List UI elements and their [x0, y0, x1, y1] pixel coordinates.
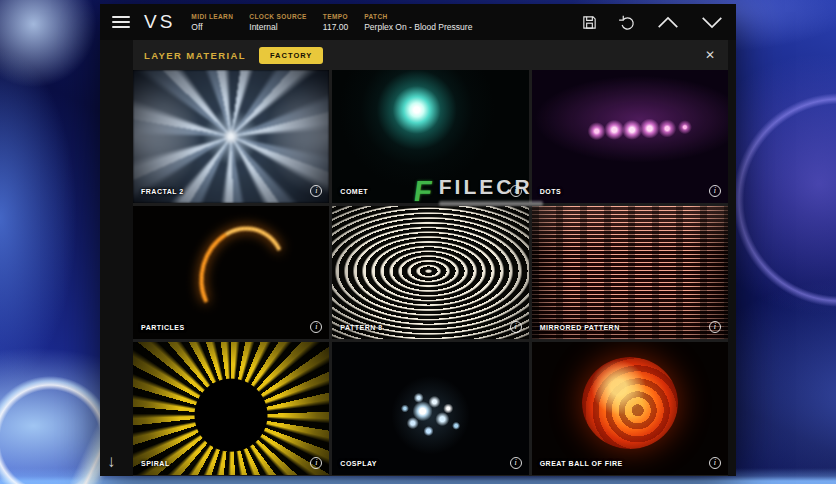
fractal-2-thumbnail	[133, 70, 329, 203]
scroll-down-arrow-icon[interactable]: ↓	[107, 452, 116, 472]
panel-header: LAYER MATERIAL FACTORY ✕	[133, 40, 728, 70]
layer-material-panel: LAYER MATERIAL FACTORY ✕ FRACTAL 2 i COM…	[133, 40, 728, 476]
patch-value[interactable]: Perplex On - Blood Pressure	[364, 22, 472, 32]
menu-icon[interactable]	[112, 16, 130, 28]
save-icon[interactable]	[581, 14, 598, 31]
tile-label: DOTS	[540, 188, 561, 195]
top-bar: VS MIDI LEARN Off CLOCK SOURCE Internal …	[100, 4, 736, 40]
tile-label: FRACTAL 2	[141, 188, 184, 195]
tile-label: SPIRAL	[141, 460, 170, 467]
undo-icon[interactable]	[618, 13, 636, 31]
material-grid: FRACTAL 2 i COMET i DOTS i	[133, 70, 728, 476]
particles-thumbnail	[133, 206, 329, 339]
midi-learn-label: MIDI LEARN	[191, 13, 233, 20]
spiral-thumbnail	[133, 342, 329, 475]
app-body: ↓ LAYER MATERIAL FACTORY ✕ FRACTAL 2 i	[100, 40, 736, 476]
material-tile-spiral[interactable]: SPIRAL i	[133, 342, 329, 475]
info-icon[interactable]: i	[510, 457, 522, 469]
panel-title: LAYER MATERIAL	[144, 50, 246, 61]
material-tile-mirrored-pattern[interactable]: MIRRORED PATTERN i	[532, 206, 728, 339]
material-tile-particles[interactable]: PARTICLES i	[133, 206, 329, 339]
pattern-8-thumbnail	[332, 206, 528, 339]
material-tile-pattern-8[interactable]: PATTERN 8 i	[332, 206, 528, 339]
patch-label: PATCH	[364, 13, 472, 20]
factory-badge[interactable]: FACTORY	[259, 47, 323, 64]
midi-learn-value[interactable]: Off	[191, 22, 233, 32]
info-icon[interactable]: i	[510, 321, 522, 333]
material-tile-great-ball-of-fire[interactable]: GREAT BALL OF FIRE i	[532, 342, 728, 475]
clock-source-label: CLOCK SOURCE	[249, 13, 307, 20]
tempo-value[interactable]: 117.00	[323, 22, 348, 32]
tile-label: MIRRORED PATTERN	[540, 324, 620, 331]
tile-label: GREAT BALL OF FIRE	[540, 460, 623, 467]
midi-learn-field: MIDI LEARN Off	[191, 13, 233, 32]
tile-label: COMET	[340, 188, 368, 195]
tile-label: COSPLAY	[340, 460, 377, 467]
tile-label: PARTICLES	[141, 324, 185, 331]
dots-thumbnail	[532, 70, 728, 203]
topbar-actions	[581, 13, 724, 31]
chevron-up-icon[interactable]	[656, 16, 680, 29]
patch-field: PATCH Perplex On - Blood Pressure	[364, 13, 472, 32]
great-ball-of-fire-thumbnail	[532, 342, 728, 475]
tempo-label: TEMPO	[323, 13, 348, 20]
topbar-fields: MIDI LEARN Off CLOCK SOURCE Internal TEM…	[191, 13, 472, 32]
material-tile-cosplay[interactable]: COSPLAY i	[332, 342, 528, 475]
material-tile-dots[interactable]: DOTS i	[532, 70, 728, 203]
clock-source-field: CLOCK SOURCE Internal	[249, 13, 307, 32]
vs-app-window: VS MIDI LEARN Off CLOCK SOURCE Internal …	[100, 4, 736, 476]
info-icon[interactable]: i	[709, 185, 721, 197]
tempo-field: TEMPO 117.00	[323, 13, 348, 32]
cosplay-thumbnail	[332, 342, 528, 475]
comet-thumbnail	[332, 70, 528, 203]
clock-source-value[interactable]: Internal	[249, 22, 307, 32]
material-tile-fractal-2[interactable]: FRACTAL 2 i	[133, 70, 329, 203]
info-icon[interactable]: i	[510, 185, 522, 197]
mirrored-pattern-thumbnail	[532, 206, 728, 339]
close-icon[interactable]: ✕	[703, 46, 717, 64]
info-icon[interactable]: i	[709, 321, 721, 333]
left-sidebar-strip: ↓	[100, 40, 133, 476]
tile-label: PATTERN 8	[340, 324, 382, 331]
info-icon[interactable]: i	[709, 457, 721, 469]
chevron-down-icon[interactable]	[700, 16, 724, 29]
app-logo: VS	[144, 11, 175, 33]
material-tile-comet[interactable]: COMET i	[332, 70, 528, 203]
desktop-background: VS MIDI LEARN Off CLOCK SOURCE Internal …	[0, 0, 836, 484]
